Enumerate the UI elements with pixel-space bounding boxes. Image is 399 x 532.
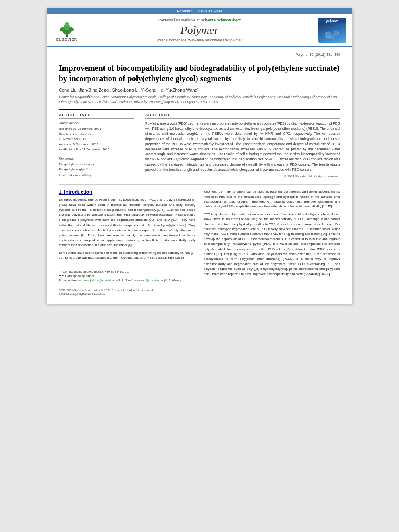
footnote-2: ** ** Corresponding author <box>59 274 195 278</box>
article-dates: Received 30 September 2011 Received in r… <box>59 127 134 152</box>
email-1-name: (J.-B. Zeng), <box>117 279 134 282</box>
keywords-section: Keywords: Poly(ethylene succinate) Poly(… <box>59 156 134 178</box>
paper-title: Improvement of biocompatibility and biod… <box>59 63 340 84</box>
intro-body: Synthetic biodegradable polyesters such … <box>59 197 195 260</box>
copyright: © 2011 Elsevier Ltd. All rights reserved… <box>145 175 340 178</box>
journal-center: Contents lists available at SciVerse Sci… <box>87 18 312 43</box>
intro-heading: 1. Introduction <box>59 189 195 195</box>
svg-point-3 <box>65 22 69 26</box>
svg-point-5 <box>69 27 74 31</box>
authors-line: Cong Liu, Jian-Bing Zeng*, Shao-Long Li,… <box>59 88 340 92</box>
journal-header: ELSEVIER Contents lists available at Sci… <box>47 14 352 47</box>
footnote-1: * * Corresponding author. Tel./fax: +86 … <box>59 269 195 274</box>
revised-date: 29 November 2011 <box>59 137 134 142</box>
available-date: Available online 11 December 2011 <box>59 147 134 152</box>
right-para-2: PES is synthesized by condensation polym… <box>204 212 340 277</box>
issn-text: 0032-3861/$ – see front matter © 2011 El… <box>59 288 195 292</box>
svg-point-4 <box>60 27 65 31</box>
body-right-col: ionomers [13]. The ionomers can be used … <box>204 189 340 296</box>
keyword-1: Poly(ethylene succinate) <box>59 162 134 167</box>
footnote-star2: ** <box>59 274 62 278</box>
abstract-heading: ABSTRACT <box>145 113 340 119</box>
doi-text: doi:10.1016/j.polymer.2011.12.003 <box>59 292 195 296</box>
svg-point-8 <box>330 35 334 39</box>
polymer-badge: polymer <box>318 18 346 23</box>
bottom-bar: 0032-3861/$ – see front matter © 2011 El… <box>59 286 195 296</box>
keyword-3: In vitro biocompatibility <box>59 173 134 178</box>
elsevier-wordmark: ELSEVIER <box>56 37 78 41</box>
page: Polymer 53 (2012) 481–489 ELSEVIER Conte… <box>47 8 352 304</box>
article-info-heading: ARTICLE INFO <box>59 113 134 119</box>
elsevier-logo: ELSEVIER <box>51 18 83 43</box>
body-section: 1. Introduction Synthetic biodegradable … <box>59 189 340 296</box>
corresponding-author-2: ** Corresponding author <box>62 274 94 278</box>
email-2-link[interactable]: yzwang@scu.edu.cn <box>135 279 163 282</box>
sciverse-line: Contents lists available at SciVerse Sci… <box>87 18 312 22</box>
footnote-section: * * Corresponding author. Tel./fax: +86 … <box>59 267 195 283</box>
footnote-email: E-mail addresses: zengjiabing@scu.edu.cn… <box>59 278 195 283</box>
intro-para-1: Synthetic biodegradable polyesters such … <box>59 197 195 248</box>
article-citation: Polymer 53 (2012) 481–489 <box>59 53 340 57</box>
abstract-col: ABSTRACT Poly(ethylene glycol) (PEG) seg… <box>145 113 340 179</box>
contents-text: Contents lists available at <box>158 18 200 22</box>
banner-text: Polymer 53 (2012) 481–489 <box>177 9 222 13</box>
affiliation: Center for Degradable and Flame-Retardan… <box>59 95 340 105</box>
article-info-col: ARTICLE INFO Article history: Received 3… <box>59 113 139 179</box>
polymer-logo: polymer <box>316 18 348 43</box>
info-abstract-section: ARTICLE INFO Article history: Received 3… <box>59 109 340 179</box>
keyword-2: Poly(ethylene glycol) <box>59 167 134 173</box>
elsevier-tree-icon <box>55 19 79 37</box>
sciverse-link[interactable]: SciVerse ScienceDirect <box>201 18 241 22</box>
email-1-link[interactable]: zengjiabing@scu.edu.cn <box>84 279 117 282</box>
main-content: Polymer 53 (2012) 481–489 Improvement of… <box>47 47 352 304</box>
body-left-col: 1. Introduction Synthetic biodegradable … <box>59 189 195 296</box>
polymer-image-icon <box>320 25 344 41</box>
history-label: Article history: <box>59 121 134 125</box>
email-label: E-mail addresses: <box>59 279 83 282</box>
received-date: Received 30 September 2011 <box>59 127 134 132</box>
abstract-body: Poly(ethylene glycol) (PEG) segments wer… <box>145 121 340 173</box>
revised-label: Received in revised form <box>59 132 134 137</box>
keywords-list: Poly(ethylene succinate) Poly(ethylene g… <box>59 162 134 178</box>
right-para-1: ionomers [13]. The ionomers can be used … <box>204 189 340 210</box>
homepage-line: journal homepage: www.elsevier.com/locat… <box>87 38 312 42</box>
keywords-label: Keywords: <box>59 156 134 160</box>
section-divider <box>59 184 340 185</box>
author-names: Cong Liu, Jian-Bing Zeng*, Shao-Long Li,… <box>59 88 199 92</box>
right-col-body: ionomers [13]. The ionomers can be used … <box>204 189 340 277</box>
intro-para-2: Some works have been reported to focus o… <box>59 251 195 261</box>
top-banner: Polymer 53 (2012) 481–489 <box>47 8 352 14</box>
journal-title: Polymer <box>87 24 312 37</box>
email-2-name: (Y.-Z. Wang). <box>164 279 181 282</box>
svg-point-7 <box>334 31 339 35</box>
accepted-date: Accepted 5 December 2011 <box>59 142 134 147</box>
